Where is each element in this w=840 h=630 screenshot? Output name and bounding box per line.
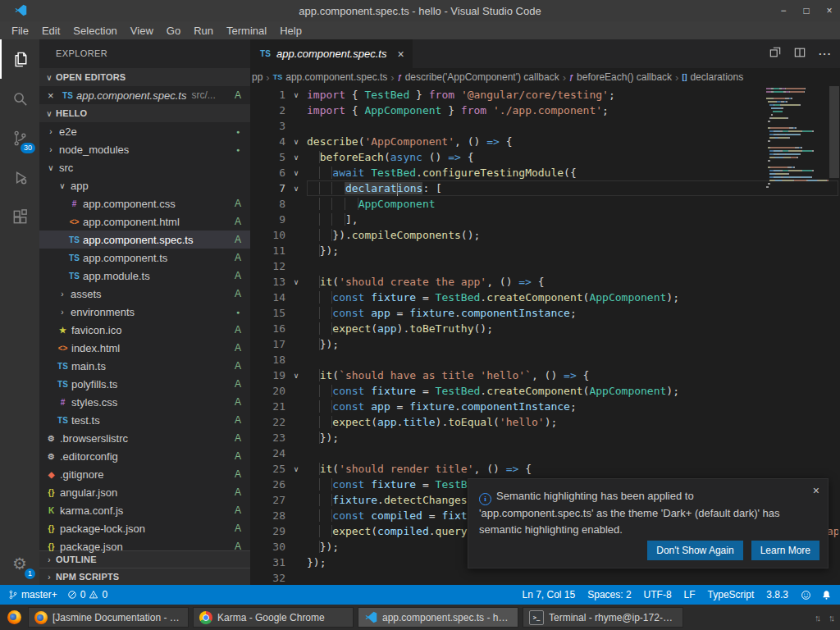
learn-more-button[interactable]: Learn More: [751, 541, 819, 560]
taskbar-window-chrome[interactable]: Karma - Google Chrome: [193, 607, 354, 628]
status-item-eol[interactable]: LF: [684, 589, 696, 600]
code-line-21[interactable]: const app = fixture.componentInstance;: [307, 399, 838, 414]
code-line-24[interactable]: [307, 445, 838, 461]
fold-chevron-icon[interactable]: ∨: [285, 185, 307, 193]
extensions-icon[interactable]: [0, 197, 39, 236]
breadcrumb-item[interactable]: ƒdescribe('AppComponent') callback: [398, 71, 559, 83]
tree-file-.gitignore[interactable]: ◆.gitignoreA: [39, 465, 250, 483]
tree-file-app.component.css[interactable]: #app.component.cssA: [39, 194, 250, 212]
tree-file-.editorconfig[interactable]: ⚙.editorconfigA: [39, 447, 250, 465]
tree-file-test.ts[interactable]: TStest.tsA: [39, 411, 250, 429]
show-desktop-icon[interactable]: ↑↓: [829, 613, 833, 623]
fold-chevron-icon[interactable]: ∨: [285, 169, 307, 177]
tree-folder-app[interactable]: ∨app: [39, 176, 250, 194]
tree-file-favicon.ico[interactable]: ★favicon.icoA: [39, 321, 250, 339]
more-actions-icon[interactable]: ···: [819, 48, 832, 60]
tree-file-app.component.ts[interactable]: TSapp.component.tsA: [39, 249, 250, 267]
menu-terminal[interactable]: Terminal: [220, 25, 273, 37]
code-line-16[interactable]: expect(app).toBeTruthy();: [307, 321, 838, 336]
code-line-7[interactable]: declarations: [: [307, 180, 838, 196]
code-line-9[interactable]: ],: [307, 212, 838, 227]
tree-file-angular.json[interactable]: {}angular.jsonA: [39, 483, 250, 501]
code-line-11[interactable]: });: [307, 243, 838, 258]
menu-go[interactable]: Go: [160, 25, 187, 37]
code-line-10[interactable]: }).compileComponents();: [307, 227, 838, 243]
code-line-23[interactable]: });: [307, 430, 838, 445]
problems-status[interactable]: 0 0: [67, 589, 107, 600]
tree-file-package-lock.json[interactable]: {}package-lock.jsonA: [39, 519, 250, 537]
git-branch-status[interactable]: master+: [8, 589, 57, 600]
outline-section-header[interactable]: › OUTLINE: [39, 550, 250, 568]
close-tab-icon[interactable]: ×: [397, 48, 404, 61]
menu-file[interactable]: File: [5, 25, 35, 37]
code-line-17[interactable]: });: [307, 336, 838, 352]
firefox-launcher-icon[interactable]: [4, 608, 24, 628]
editor-scrollbar[interactable]: [829, 86, 840, 585]
code-line-5[interactable]: beforeEach(async () => {: [307, 149, 838, 165]
taskbar-window-firefox[interactable]: [Jasmine Documentation - G...: [28, 607, 189, 628]
code-line-14[interactable]: const fixture = TestBed.createComponent(…: [307, 290, 838, 305]
fold-chevron-icon[interactable]: ∨: [285, 372, 307, 380]
tree-folder-src[interactable]: ∨src: [39, 158, 250, 176]
breadcrumb-item[interactable]: pp: [252, 71, 262, 83]
code-line-2[interactable]: import { AppComponent } from './app.comp…: [307, 103, 838, 118]
dont-show-again-button[interactable]: Don't Show Again: [647, 541, 742, 560]
code-line-20[interactable]: const fixture = TestBed.createComponent(…: [307, 383, 838, 399]
tree-file-karma.conf.js[interactable]: Kkarma.conf.jsA: [39, 501, 250, 519]
open-changes-icon[interactable]: [769, 47, 781, 62]
tree-file-index.html[interactable]: <>index.htmlA: [39, 339, 250, 357]
code-line-3[interactable]: [307, 118, 838, 134]
tree-file-.browserslistrc[interactable]: ⚙.browserslistrcA: [39, 429, 250, 447]
tab-app-component-spec[interactable]: TS app.component.spec.ts ×: [250, 39, 413, 68]
tree-folder-e2e[interactable]: ›e2e●: [39, 122, 250, 140]
code-line-15[interactable]: const app = fixture.componentInstance;: [307, 305, 838, 321]
minimize-button[interactable]: −: [778, 5, 789, 16]
tree-file-styles.css[interactable]: #styles.cssA: [39, 393, 250, 411]
tree-file-app.component.spec.ts[interactable]: TSapp.component.spec.tsA: [39, 231, 250, 249]
code-line-25[interactable]: it('should render title', () => {: [307, 461, 838, 477]
fold-chevron-icon[interactable]: ∨: [285, 278, 307, 286]
breadcrumb-item[interactable]: TSapp.component.spec.ts: [273, 71, 388, 83]
minimap[interactable]: [766, 88, 829, 193]
explorer-icon[interactable]: [0, 39, 39, 79]
feedback-smiley-icon[interactable]: [801, 590, 811, 600]
tree-file-app.component.html[interactable]: <>app.component.htmlA: [39, 212, 250, 231]
status-item-indentation[interactable]: Spaces: 2: [587, 589, 631, 600]
notifications-bell-icon[interactable]: [821, 590, 832, 600]
fold-chevron-icon[interactable]: ∨: [285, 153, 307, 162]
split-editor-icon[interactable]: [794, 47, 806, 62]
code-line-19[interactable]: it(`should have as title 'hello'`, () =>…: [307, 368, 838, 383]
taskbar-window-vscode[interactable]: app.component.spec.ts - hell...: [358, 607, 518, 628]
menu-view[interactable]: View: [124, 25, 160, 37]
close-button[interactable]: ×: [824, 5, 835, 16]
menu-edit[interactable]: Edit: [35, 25, 66, 37]
open-editors-header[interactable]: ∨ OPEN EDITORS: [39, 68, 250, 86]
npm-scripts-section-header[interactable]: › NPM SCRIPTS: [39, 568, 250, 585]
tree-folder-environments[interactable]: ›environments●: [39, 303, 250, 321]
tree-file-main.ts[interactable]: TSmain.tsA: [39, 357, 250, 375]
scrollbar-thumb[interactable]: [829, 86, 839, 178]
project-section-header[interactable]: ∨ HELLO: [39, 104, 250, 122]
maximize-button[interactable]: □: [801, 5, 812, 16]
fold-chevron-icon[interactable]: ∨: [285, 465, 307, 473]
fold-chevron-icon[interactable]: ∨: [285, 138, 307, 146]
code-line-13[interactable]: it('should create the app', () => {: [307, 274, 838, 290]
close-editor-icon[interactable]: ×: [48, 89, 59, 102]
taskbar-window-terminal[interactable]: >_Terminal - rhyme@ip-172-31-...: [523, 607, 683, 628]
tree-folder-node_modules[interactable]: ›node_modules●: [39, 140, 250, 158]
code-line-18[interactable]: [307, 352, 838, 368]
search-icon[interactable]: [0, 79, 39, 118]
fold-chevron-icon[interactable]: ∨: [285, 91, 307, 99]
breadcrumb-item[interactable]: []declarations: [682, 71, 743, 83]
tree-file-app.module.ts[interactable]: TSapp.module.tsA: [39, 267, 250, 285]
menu-selection[interactable]: Selection: [66, 25, 123, 37]
source-control-icon[interactable]: 30: [0, 118, 39, 158]
code-line-22[interactable]: expect(app.title).toEqual('hello');: [307, 414, 838, 430]
manage-gear-icon[interactable]: ⚙ 1: [0, 544, 39, 583]
code-line-8[interactable]: AppComponent: [307, 196, 838, 212]
menu-help[interactable]: Help: [273, 25, 308, 37]
close-notification-icon[interactable]: ×: [813, 484, 819, 497]
tree-file-polyfills.ts[interactable]: TSpolyfills.tsA: [39, 375, 250, 393]
status-item-ts-version[interactable]: 3.8.3: [766, 589, 788, 600]
code-line-1[interactable]: import { TestBed } from '@angular/core/t…: [307, 87, 838, 103]
